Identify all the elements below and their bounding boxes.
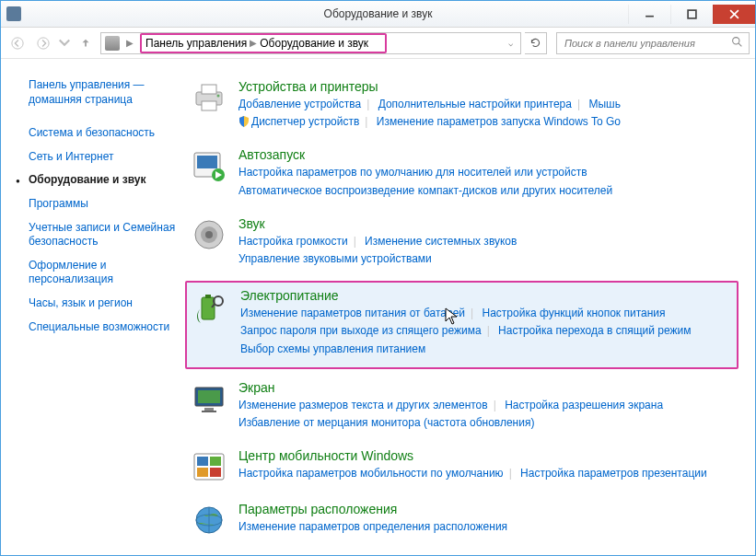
category-title[interactable]: Центр мобильности Windows [238,448,739,463]
history-dropdown[interactable] [58,32,71,54]
shield-icon [238,116,250,127]
navigation-bar: ▶ Панель управления ▶ Оборудование и зву… [1,28,755,59]
category-power: Электропитание Изменение параметров пита… [185,281,739,369]
breadcrumb-highlight: Панель управления ▶ Оборудование и звук … [140,33,387,53]
sidebar-item-clock[interactable]: Часы, язык и регион [29,292,181,316]
breadcrumb-seg-1[interactable]: Панель управления [145,37,247,50]
link-power-buttons[interactable]: Настройка функций кнопок питания [483,307,666,319]
svg-rect-6 [202,101,216,110]
category-links: Настройка параметров по умолчанию для но… [238,164,739,199]
svg-rect-0 [688,10,696,18]
svg-point-1 [12,37,23,48]
chevron-right-icon[interactable]: ▶ [247,38,260,48]
link-device-manager[interactable]: Диспетчер устройств [251,115,359,128]
svg-rect-24 [197,468,208,477]
link-volume[interactable]: Настройка громкости [238,235,348,248]
link-password-wake[interactable]: Запрос пароля при выходе из спящего режи… [240,324,482,337]
sidebar-item-hardware[interactable]: Оборудование и звук [29,168,181,192]
speaker-icon [191,216,227,253]
search-icon[interactable] [731,36,743,51]
link-mobility-defaults[interactable]: Настройка параметров мобильности по умол… [238,467,504,480]
content-area: Устройства и принтеры Добавление устройс… [191,74,755,555]
address-dropdown[interactable]: ⌵ [505,39,517,48]
link-autoplay-defaults[interactable]: Настройка параметров по умолчанию для но… [238,166,587,179]
close-button[interactable] [713,5,755,24]
category-links: Добавление устройства| Дополнительные на… [238,96,739,131]
category-title[interactable]: Параметры расположения [238,502,739,516]
category-title[interactable]: Звук [238,216,739,231]
svg-point-13 [205,231,213,238]
sidebar-item-appearance[interactable]: Оформление и персонализация [29,254,181,292]
maximize-button[interactable] [670,5,713,24]
link-text-size[interactable]: Изменение размеров текста и других элеме… [238,399,488,411]
sidebar-item-accessibility[interactable]: Специальные возможности [29,316,181,340]
svg-rect-14 [202,297,215,319]
location-icon [105,36,120,51]
category-title[interactable]: Экран [238,380,739,395]
link-system-sounds[interactable]: Изменение системных звуков [365,235,517,248]
minimize-button[interactable] [628,5,670,24]
link-resolution[interactable]: Настройка разрешения экрана [505,399,663,411]
svg-rect-20 [202,411,216,412]
system-icon [6,6,21,21]
sidebar-item-network[interactable]: Сеть и Интернет [29,145,181,169]
category-devices: Устройства и принтеры Добавление устройс… [191,74,739,142]
category-links: Изменение параметров определения располо… [238,518,739,536]
link-sleep-settings[interactable]: Настройка перехода в спящий режим [498,324,691,337]
link-power-plan[interactable]: Выбор схемы управления питанием [240,342,425,355]
category-title[interactable]: Электропитание [240,288,731,303]
search-box[interactable] [556,32,750,54]
monitor-icon [191,380,227,417]
link-add-device[interactable]: Добавление устройства [238,98,361,110]
link-battery-settings[interactable]: Изменение параметров питания от батарей [240,307,465,319]
category-links: Изменение размеров текста и других элеме… [238,397,739,432]
svg-rect-22 [197,457,208,466]
globe-icon [191,502,227,539]
category-title[interactable]: Автозапуск [238,147,739,162]
sidebar: Панель управления — домашняя страница Си… [1,74,191,555]
link-printer-settings[interactable]: Дополнительные настройки принтера [378,98,572,110]
svg-point-3 [733,37,739,43]
printer-icon [191,79,227,116]
window-controls [628,5,755,24]
sidebar-item-programs[interactable]: Программы [29,192,181,216]
link-mouse[interactable]: Мышь [588,98,621,110]
category-sound: Звук Настройка громкости| Изменение сист… [191,211,739,279]
title-bar: Оборудование и звук [1,1,755,28]
address-bar[interactable]: ▶ Панель управления ▶ Оборудование и зву… [100,32,521,54]
link-windows-togo[interactable]: Изменение параметров запуска Windows To … [377,115,621,128]
link-presentation[interactable]: Настройка параметров презентации [520,467,707,480]
up-button[interactable] [75,32,97,54]
sidebar-item-system[interactable]: Система и безопасность [29,122,181,145]
forward-button[interactable] [32,32,54,54]
autoplay-icon [191,147,227,184]
back-button[interactable] [6,32,29,54]
link-refresh-rate[interactable]: Избавление от мерцания монитора (частота… [238,416,534,429]
link-cd-autoplay[interactable]: Автоматическое воспроизведение компакт-д… [238,184,612,197]
chevron-right-icon[interactable]: ▶ [123,38,136,48]
category-links: Настройка громкости| Изменение системных… [238,233,739,268]
category-mobility: Центр мобильности Windows Настройка пара… [191,443,739,496]
svg-rect-25 [210,468,221,477]
link-audio-devices[interactable]: Управление звуковыми устройствами [238,252,432,265]
body-area: Панель управления — домашняя страница Си… [1,59,755,555]
category-links: Изменение параметров питания от батарей|… [240,305,731,358]
svg-rect-9 [197,156,217,168]
breadcrumb-seg-2[interactable]: Оборудование и звук [260,37,368,50]
sidebar-item-accounts[interactable]: Учетные записи и Семейная безопасность [29,216,181,254]
category-autoplay: Автозапуск Настройка параметров по умолч… [191,142,739,210]
svg-rect-15 [205,295,211,298]
category-display: Экран Изменение размеров текста и других… [191,375,739,443]
category-location: Параметры расположения Изменение парамет… [191,496,739,550]
category-links: Настройка параметров мобильности по умол… [238,465,739,482]
search-input[interactable] [563,37,731,50]
sidebar-home-link[interactable]: Панель управления — домашняя страница [29,74,181,116]
svg-rect-19 [204,408,214,411]
svg-point-7 [217,95,220,98]
svg-point-2 [38,37,49,48]
svg-rect-5 [202,85,216,94]
refresh-button[interactable] [525,32,547,54]
svg-rect-18 [198,390,220,403]
link-location-settings[interactable]: Изменение параметров определения располо… [238,520,507,533]
category-title[interactable]: Устройства и принтеры [238,79,739,94]
